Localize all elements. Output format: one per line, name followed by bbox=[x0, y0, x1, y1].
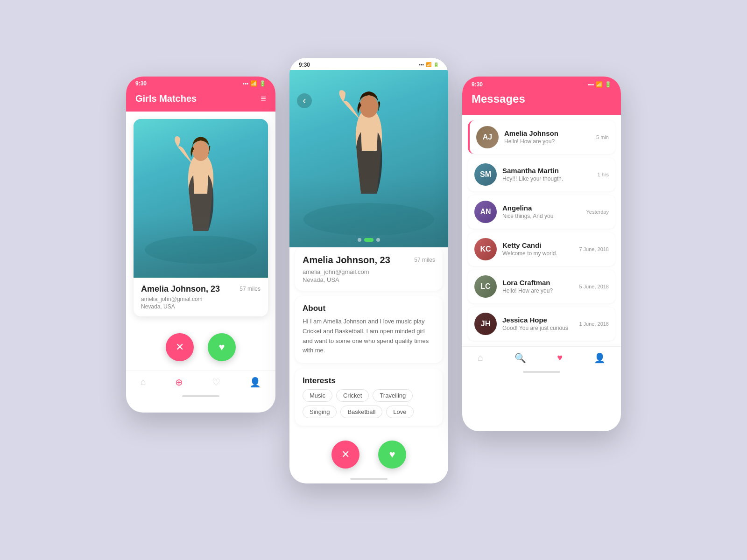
nav-home-1[interactable]: ⌂ bbox=[141, 377, 146, 387]
nav-person-1[interactable]: 👤 bbox=[249, 377, 261, 388]
screens-container: 9:30 ▪▪▪ 📶 🔋 Girls Matches ≡ bbox=[126, 77, 621, 483]
svg-point-2 bbox=[303, 203, 434, 236]
message-item[interactable]: ANAngelinaNice things, And youYesterday bbox=[468, 195, 615, 229]
message-sender-name: Angelina bbox=[502, 204, 580, 212]
detail-name: Amelia Johnson, 23 bbox=[303, 255, 390, 266]
status-time-2: 9:30 bbox=[299, 62, 310, 68]
signal-icon-2: ▪▪▪ bbox=[419, 62, 424, 67]
svg-point-0 bbox=[145, 236, 257, 264]
like-button-1[interactable]: ♥ bbox=[208, 333, 236, 361]
profile-card[interactable]: Amelia Johnson, 23 57 miles amelia_john@… bbox=[134, 119, 268, 316]
message-sender-name: Lora Craftman bbox=[502, 279, 573, 287]
action-buttons-1: ✕ ♥ bbox=[126, 324, 275, 371]
nav-search-1[interactable]: ⊕ bbox=[175, 377, 183, 388]
status-icons-3: ▪▪▪ 📶 🔋 bbox=[588, 81, 612, 88]
message-sender-name: Ketty Candi bbox=[502, 241, 573, 249]
interests-card: Interests MusicCricketTravellingSingingB… bbox=[295, 369, 443, 426]
interests-title: Interests bbox=[303, 376, 435, 385]
image-dots bbox=[358, 238, 380, 242]
messages-title: Messages bbox=[472, 92, 612, 105]
battery-icon-2: 🔋 bbox=[433, 62, 439, 67]
profile-name-row: Amelia Johnson, 23 57 miles bbox=[141, 284, 261, 294]
status-bar-2: 9:30 ▪▪▪ 📶 🔋 bbox=[289, 58, 448, 70]
about-title: About bbox=[303, 304, 435, 313]
nav-home-3[interactable]: ⌂ bbox=[478, 352, 483, 363]
interest-tag[interactable]: Basketball bbox=[340, 406, 382, 418]
interest-tag[interactable]: Travelling bbox=[373, 389, 413, 402]
message-item[interactable]: LCLora CraftmanHello! How are you?5 June… bbox=[468, 270, 615, 303]
like-button-2[interactable]: ♥ bbox=[378, 441, 406, 469]
matches-title: Girls Matches bbox=[135, 93, 197, 104]
message-sender-name: Jessica Hope bbox=[502, 316, 573, 324]
scroll-indicator-3 bbox=[523, 371, 560, 373]
matches-header: Girls Matches ≡ bbox=[126, 89, 275, 112]
bottom-nav-1: ⌂ ⊕ ♡ 👤 bbox=[126, 371, 275, 395]
status-icons-1: ▪▪▪ 📶 🔋 bbox=[242, 80, 266, 87]
back-button[interactable]: ‹ bbox=[297, 93, 312, 108]
avatar: SM bbox=[474, 163, 497, 186]
message-item[interactable]: KCKetty CandiWelcome to my world.7 June,… bbox=[468, 232, 615, 266]
about-text: Hi I am Amelia Johnson and I love music … bbox=[303, 317, 435, 356]
nav-search-3[interactable]: 🔍 bbox=[514, 352, 526, 364]
scroll-indicator-1 bbox=[182, 395, 219, 397]
messages-header: 9:30 ▪▪▪ 📶 🔋 Messages bbox=[462, 77, 621, 115]
signal-icon: ▪▪▪ bbox=[242, 80, 248, 87]
interest-tag[interactable]: Singing bbox=[303, 406, 337, 418]
message-sender-name: Samantha Martin bbox=[502, 167, 592, 175]
profile-image bbox=[134, 119, 268, 278]
status-icons-2: ▪▪▪ 📶 🔋 bbox=[419, 62, 439, 67]
message-content: Samantha MartinHey!!! Like your thougth. bbox=[502, 167, 592, 182]
profile-name: Amelia Johnson, 23 bbox=[141, 284, 220, 294]
wifi-icon-3: 📶 bbox=[596, 81, 603, 88]
dot-2 bbox=[364, 238, 374, 242]
message-time: 5 June, 2018 bbox=[579, 284, 609, 289]
battery-icon-3: 🔋 bbox=[605, 81, 612, 88]
profile-location: Nevada, USA bbox=[141, 303, 261, 310]
reject-button-2[interactable]: ✕ bbox=[331, 441, 359, 469]
message-content: Amelia JohnsonHello! How are you? bbox=[504, 129, 591, 145]
profile-email: amelia_john@gmail.com bbox=[141, 296, 261, 302]
message-time: 5 min bbox=[596, 134, 609, 140]
scroll-indicator-2 bbox=[350, 478, 388, 480]
message-preview: Hello! How are you? bbox=[502, 287, 573, 294]
screen-messages: 9:30 ▪▪▪ 📶 🔋 Messages AJAmelia JohnsonHe… bbox=[462, 77, 621, 431]
hero-image: ‹ bbox=[289, 70, 448, 247]
message-preview: Hello! How are you? bbox=[504, 138, 591, 145]
interests-grid: MusicCricketTravellingSingingBasketballL… bbox=[303, 389, 435, 418]
message-item[interactable]: SMSamantha MartinHey!!! Like your thougt… bbox=[468, 158, 615, 191]
bottom-nav-3: ⌂ 🔍 ♥ 👤 bbox=[462, 346, 621, 371]
nav-heart-1[interactable]: ♡ bbox=[212, 377, 220, 388]
photo-sim-2 bbox=[289, 70, 448, 247]
message-preview: Welcome to my world. bbox=[502, 250, 573, 257]
message-item[interactable]: JHJessica HopeGood! You are just curious… bbox=[468, 307, 615, 341]
message-content: Jessica HopeGood! You are just curious bbox=[502, 316, 573, 331]
message-content: AngelinaNice things, And you bbox=[502, 204, 580, 219]
detail-name-row: Amelia Johnson, 23 57 miles bbox=[303, 255, 435, 266]
message-time: 1 hrs bbox=[598, 172, 609, 177]
interest-tag[interactable]: Cricket bbox=[336, 389, 369, 402]
interest-tag[interactable]: Music bbox=[303, 389, 332, 402]
action-buttons-2: ✕ ♥ bbox=[289, 431, 448, 478]
message-preview: Good! You are just curious bbox=[502, 325, 573, 331]
detail-location: Nevada, USA bbox=[303, 276, 435, 283]
message-item[interactable]: AJAmelia JohnsonHello! How are you?5 min bbox=[468, 120, 615, 154]
message-content: Lora CraftmanHello! How are you? bbox=[502, 279, 573, 294]
nav-person-3[interactable]: 👤 bbox=[594, 352, 606, 364]
photo-simulation bbox=[134, 119, 268, 278]
dot-3 bbox=[376, 238, 380, 242]
status-time-1: 9:30 bbox=[135, 80, 147, 87]
message-preview: Nice things, And you bbox=[502, 213, 580, 219]
screen-profile-detail: 9:30 ▪▪▪ 📶 🔋 bbox=[289, 58, 448, 483]
detail-distance: 57 miles bbox=[414, 257, 435, 263]
nav-heart-3[interactable]: ♥ bbox=[557, 352, 563, 363]
status-bar-3: 9:30 ▪▪▪ 📶 🔋 bbox=[472, 81, 612, 90]
profile-info: Amelia Johnson, 23 57 miles amelia_john@… bbox=[134, 278, 268, 316]
detail-email: amelia_john@gmail.com bbox=[303, 268, 435, 275]
interest-tag[interactable]: Love bbox=[386, 406, 413, 418]
avatar: KC bbox=[474, 238, 497, 260]
message-time: 1 June, 2018 bbox=[579, 321, 609, 327]
avatar: AJ bbox=[476, 126, 499, 148]
messages-list: AJAmelia JohnsonHello! How are you?5 min… bbox=[462, 115, 621, 346]
hamburger-icon[interactable]: ≡ bbox=[261, 93, 266, 104]
reject-button-1[interactable]: ✕ bbox=[166, 333, 194, 361]
